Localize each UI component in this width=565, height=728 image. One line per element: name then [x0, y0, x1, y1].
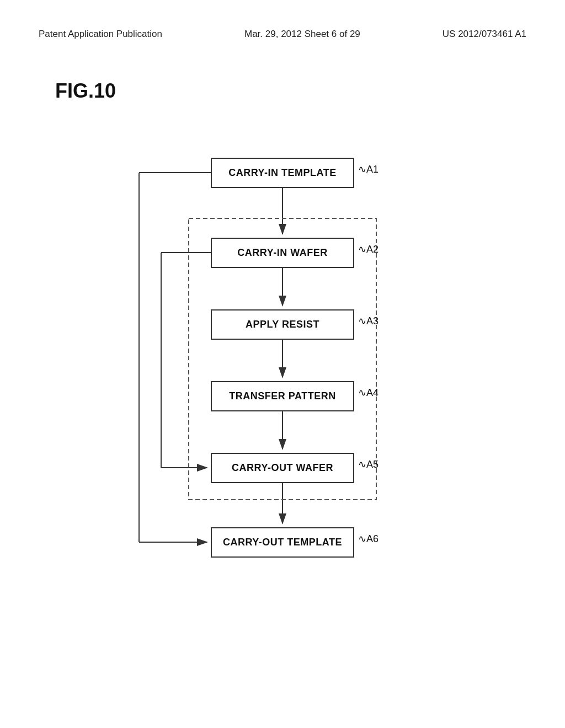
label-A4: ∿A4	[358, 387, 379, 399]
label-A3: ∿A3	[358, 315, 379, 327]
header-patent-number: US 2012/073461 A1	[443, 28, 526, 41]
header-publication: Patent Application Publication	[39, 28, 162, 41]
label-A1: ∿A1	[358, 163, 379, 175]
figure-label: FIG.10	[0, 52, 565, 119]
step-A3: APPLY RESIST	[211, 309, 354, 340]
header-date-sheet: Mar. 29, 2012 Sheet 6 of 29	[244, 28, 360, 41]
step-A4: TRANSFER PATTERN	[211, 381, 354, 411]
diagram-container: CARRY-IN TEMPLATE ∿A1 CARRY-IN WAFER ∿A2…	[0, 119, 565, 571]
diagram: CARRY-IN TEMPLATE ∿A1 CARRY-IN WAFER ∿A2…	[117, 130, 448, 560]
header: Patent Application Publication Mar. 29, …	[0, 0, 565, 52]
step-A1: CARRY-IN TEMPLATE	[211, 158, 354, 188]
label-A5: ∿A5	[358, 458, 379, 470]
step-A2: CARRY-IN WAFER	[211, 238, 354, 268]
label-A2: ∿A2	[358, 243, 379, 255]
page: Patent Application Publication Mar. 29, …	[0, 0, 565, 728]
step-A5: CARRY-OUT WAFER	[211, 453, 354, 483]
label-A6: ∿A6	[358, 533, 379, 545]
step-A6: CARRY-OUT TEMPLATE	[211, 527, 354, 558]
